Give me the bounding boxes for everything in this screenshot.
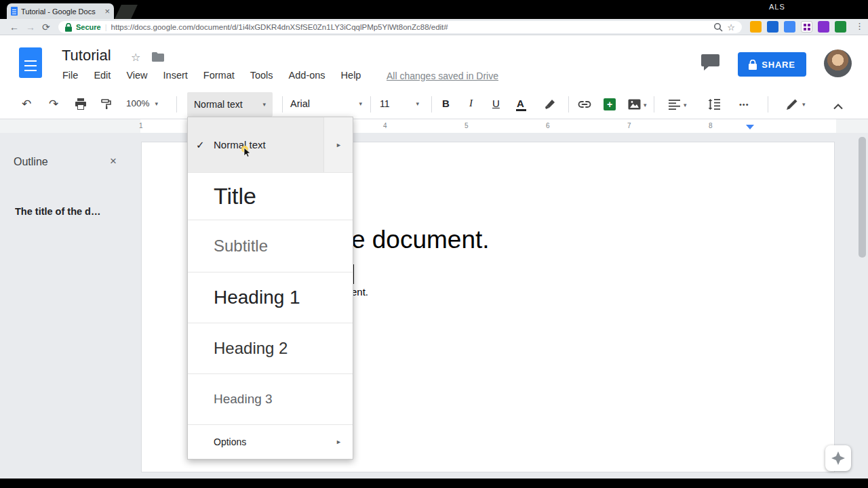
chevron-down-icon: ▾ [359, 100, 362, 107]
toolbar-separator [431, 96, 432, 113]
chevron-down-icon[interactable]: ▾ [644, 102, 647, 108]
url-separator: | [105, 23, 107, 31]
chevron-down-icon[interactable]: ▾ [684, 102, 687, 108]
extension-icon-lightblue[interactable] [784, 21, 795, 33]
underline-button[interactable]: U [492, 98, 500, 109]
menu-tools[interactable]: Tools [250, 70, 273, 81]
extension-icon-blue[interactable] [767, 21, 778, 33]
submenu-arrow-icon: ► [336, 142, 342, 148]
share-button[interactable]: SHARE [738, 52, 806, 77]
menu-item-options[interactable]: Options ► [188, 424, 353, 459]
comments-icon[interactable] [701, 54, 719, 74]
extension-icon-purple[interactable] [818, 21, 829, 33]
document-body-fragment[interactable]: ent. [351, 286, 368, 298]
insert-image-button[interactable] [628, 99, 641, 113]
chevron-down-icon: ▾ [416, 100, 419, 107]
undo-button[interactable]: ↶ [22, 97, 31, 111]
chevron-down-icon: ▾ [155, 100, 159, 107]
print-button[interactable] [75, 98, 87, 113]
zoom-value: 100% [126, 98, 150, 108]
ruler-number: 6 [546, 122, 550, 129]
menu-item-normal-text[interactable]: ✓ Normal text ► [188, 117, 353, 172]
font-size-select[interactable]: 11 ▾ [380, 98, 419, 109]
ruler-margin-left [0, 119, 140, 133]
toolbar-separator [568, 96, 569, 113]
move-to-folder-icon[interactable] [152, 52, 164, 64]
browser-menu-icon[interactable]: ⋮ [855, 21, 864, 31]
toolbar-separator [176, 96, 177, 113]
save-status-link[interactable]: All changes saved in Drive [387, 70, 498, 81]
more-options-button[interactable]: ••• [739, 100, 749, 108]
outline-close-icon[interactable]: × [110, 155, 117, 168]
extension-icon-grid[interactable] [801, 21, 812, 33]
reload-button[interactable]: ⟳ [42, 21, 50, 33]
menu-item-label: Heading 2 [214, 339, 288, 358]
line-spacing-button[interactable] [708, 99, 720, 113]
menu-insert[interactable]: Insert [163, 70, 188, 81]
forward-button[interactable]: → [26, 21, 35, 33]
menu-item-label: Heading 3 [214, 392, 273, 407]
mouse-cursor-icon [241, 146, 253, 160]
menu-item-label: Heading 1 [214, 287, 300, 308]
bookmark-star-icon[interactable]: ☆ [727, 22, 735, 33]
docs-header: Tutorial ☆ File Edit View Insert Format … [0, 35, 868, 89]
url-bar[interactable]: Secure | https://docs.google.com/documen… [58, 21, 742, 33]
bold-button[interactable]: B [442, 98, 450, 109]
check-icon: ✓ [196, 139, 205, 151]
docs-logo-icon[interactable] [19, 47, 42, 78]
browser-tab[interactable]: Tutorial - Google Docs × [7, 3, 114, 19]
insert-link-button[interactable] [578, 98, 591, 113]
menu-addons[interactable]: Add-ons [289, 70, 326, 81]
extension-icon-yellow[interactable] [750, 21, 762, 33]
styles-select[interactable]: Normal text ▾ [187, 92, 273, 117]
outline-item[interactable]: The title of the d… [15, 206, 132, 217]
menu-item-subtitle[interactable]: Subtitle [188, 220, 353, 272]
back-button[interactable]: ← [9, 21, 19, 33]
toolbar-separator [768, 96, 768, 113]
font-size-value: 11 [380, 98, 390, 109]
redo-button[interactable]: ↷ [49, 97, 58, 111]
menu-view[interactable]: View [126, 70, 147, 81]
tab-close-icon[interactable]: × [104, 6, 110, 16]
zoom-select[interactable]: 100% ▾ [126, 98, 158, 108]
toolbar: ↶ ↷ 100% ▾ Normal text ▾ Arial ▾ 11 ▾ B … [0, 89, 868, 119]
document-title[interactable]: Tutorial [62, 47, 111, 64]
editor-area: Outline × The title of the d… The title … [0, 133, 868, 479]
indent-marker[interactable] [746, 125, 754, 129]
menu-item-heading-2[interactable]: Heading 2 [188, 323, 353, 373]
address-bar-row: ← → ⟳ Secure | https://docs.google.com/d… [0, 19, 868, 35]
star-document-icon[interactable]: ☆ [131, 51, 140, 64]
italic-button[interactable]: I [469, 98, 473, 109]
toolbar-separator [654, 96, 654, 113]
browser-tab-strip: Tutorial - Google Docs × ALS [0, 0, 868, 19]
menu-item-heading-1[interactable]: Heading 1 [188, 272, 353, 323]
font-select[interactable]: Arial ▾ [290, 98, 362, 109]
ruler-number: 1 [139, 122, 143, 129]
menu-file[interactable]: File [62, 70, 78, 81]
ruler[interactable]: 1 2 3 4 5 6 7 8 [0, 119, 868, 133]
collapse-toolbar-button[interactable] [833, 100, 844, 113]
explore-button[interactable] [825, 445, 851, 471]
account-avatar[interactable] [824, 49, 852, 77]
align-button[interactable] [669, 100, 680, 113]
share-lock-icon [749, 60, 757, 70]
chevron-down-icon[interactable]: ▾ [802, 101, 806, 108]
vertical-scrollbar[interactable] [859, 137, 866, 258]
editing-mode-button[interactable] [787, 98, 798, 113]
menu-item-title[interactable]: Title [188, 172, 353, 220]
menu-item-label: Title [214, 183, 256, 209]
menu-help[interactable]: Help [341, 70, 361, 81]
insert-comment-button[interactable]: + [604, 98, 616, 110]
menu-format[interactable]: Format [203, 70, 235, 81]
menu-item-heading-3[interactable]: Heading 3 [188, 373, 353, 424]
menu-item-label: Normal text [214, 139, 266, 150]
styles-dropdown-menu: ✓ Normal text ► Title Subtitle Heading 1… [187, 117, 353, 460]
new-tab-button[interactable] [115, 5, 138, 19]
paint-format-button[interactable] [100, 98, 113, 113]
menu-edit[interactable]: Edit [94, 70, 111, 81]
zoom-page-icon[interactable] [713, 22, 723, 32]
profile-label: ALS [769, 3, 785, 11]
text-color-button[interactable]: A [517, 98, 524, 109]
extension-icon-green[interactable] [835, 21, 846, 33]
highlight-color-button[interactable] [544, 98, 556, 113]
